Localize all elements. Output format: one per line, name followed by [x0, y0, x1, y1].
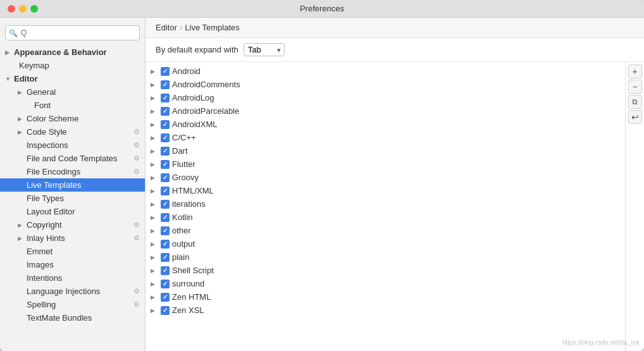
template-name: AndroidXML — [172, 120, 218, 129]
template-row[interactable]: ▶ other — [146, 224, 625, 237]
sidebar-item-file-types[interactable]: File Types — [0, 192, 145, 205]
template-row[interactable]: ▶ AndroidLog — [146, 91, 625, 104]
sidebar-item-code-style[interactable]: ▶ Code Style ⚙ — [0, 125, 145, 139]
triangle-icon: ▶ — [5, 49, 11, 56]
sidebar-item-label: Images — [27, 260, 54, 269]
minimize-button[interactable] — [19, 5, 27, 13]
template-checkbox[interactable] — [161, 266, 170, 275]
template-checkbox[interactable] — [161, 120, 170, 129]
sidebar-item-label: Intentions — [27, 273, 62, 283]
template-row[interactable]: ▶ iterations — [146, 197, 625, 211]
sidebar-item-intentions[interactable]: Intentions — [0, 271, 145, 285]
template-row[interactable]: ▶ output — [146, 237, 625, 250]
template-checkbox[interactable] — [161, 133, 170, 142]
sidebar-item-images[interactable]: Images — [0, 258, 145, 271]
expand-select-wrapper[interactable]: Tab Enter Space — [244, 43, 285, 56]
sidebar-item-label: Language Injections — [27, 286, 100, 296]
sidebar-item-file-code-templates[interactable]: File and Code Templates ⚙ — [0, 152, 145, 165]
maximize-button[interactable] — [30, 5, 38, 13]
template-name: Groovy — [172, 173, 199, 182]
template-checkbox[interactable] — [161, 160, 170, 169]
template-checkbox[interactable] — [161, 253, 170, 262]
sidebar-item-spelling[interactable]: Spelling ⚙ — [0, 298, 145, 311]
template-row[interactable]: ▶ Shell Script — [146, 264, 625, 277]
template-name: Dart — [172, 146, 188, 156]
template-row[interactable]: ▶ C/C++ — [146, 131, 625, 144]
undo-button[interactable]: ↩ — [628, 110, 642, 124]
sidebar-item-inspections[interactable]: Inspections ⚙ — [0, 139, 145, 152]
template-row[interactable]: ▶ Zen XSL — [146, 304, 625, 317]
search-box[interactable]: 🔍 — [5, 25, 140, 40]
template-triangle-icon: ▶ — [151, 294, 158, 300]
template-row[interactable]: ▶ Kotlin — [146, 211, 625, 224]
template-row[interactable]: ▶ AndroidParcelable — [146, 104, 625, 118]
template-checkbox[interactable] — [161, 200, 170, 209]
sidebar-item-label: TextMate Bundles — [27, 313, 92, 323]
template-checkbox[interactable] — [161, 213, 170, 222]
sidebar-item-language-injections[interactable]: Language Injections ⚙ — [0, 285, 145, 298]
template-triangle-icon: ▶ — [151, 228, 158, 234]
template-row[interactable]: ▶ plain — [146, 250, 625, 264]
sidebar-item-label: Inspections — [27, 140, 68, 150]
template-checkbox[interactable] — [161, 280, 170, 288]
sidebar-item-copyright[interactable]: ▶ Copyright ⚙ — [0, 218, 145, 231]
template-triangle-icon: ▶ — [151, 82, 158, 88]
gear-icon: ⚙ — [133, 221, 140, 229]
template-name: other — [172, 226, 191, 235]
template-row[interactable]: ▶ Flutter — [146, 157, 625, 171]
template-checkbox[interactable] — [161, 240, 170, 249]
sidebar-item-live-templates[interactable]: Live Templates — [0, 178, 145, 192]
template-triangle-icon: ▶ — [151, 241, 158, 247]
add-button[interactable]: + — [628, 65, 642, 78]
window-title: Preferences — [300, 4, 344, 13]
sidebar-item-keymap[interactable]: Keymap — [0, 59, 145, 72]
template-name: Zen XSL — [172, 305, 204, 315]
template-checkbox[interactable] — [161, 94, 170, 102]
search-input[interactable] — [5, 25, 140, 40]
sidebar-item-editor[interactable]: ▼ Editor — [0, 72, 145, 85]
search-icon: 🔍 — [9, 29, 18, 37]
template-row[interactable]: ▶ Dart — [146, 144, 625, 157]
template-row[interactable]: ▶ AndroidXML — [146, 118, 625, 131]
remove-button[interactable]: − — [628, 80, 642, 94]
sidebar-item-font[interactable]: Font — [0, 99, 145, 112]
sidebar-item-textmate-bundles[interactable]: TextMate Bundles — [0, 311, 145, 324]
template-checkbox[interactable] — [161, 67, 170, 76]
template-checkbox[interactable] — [161, 293, 170, 302]
sidebar-item-appearance[interactable]: ▶ Appearance & Behavior — [0, 46, 145, 59]
template-row[interactable]: ▶ Groovy — [146, 171, 625, 184]
template-name: surround — [172, 279, 204, 288]
sidebar-item-label: Code Style — [27, 127, 67, 137]
expand-select[interactable]: Tab Enter Space — [244, 43, 285, 56]
template-checkbox[interactable] — [161, 226, 170, 235]
template-triangle-icon: ▶ — [151, 148, 158, 154]
template-checkbox[interactable] — [161, 173, 170, 182]
template-row[interactable]: ▶ AndroidComments — [146, 78, 625, 91]
template-name: AndroidParcelable — [172, 106, 239, 116]
template-row[interactable]: ▶ Zen HTML — [146, 290, 625, 304]
sidebar-item-file-encodings[interactable]: File Encodings ⚙ — [0, 165, 145, 178]
copy-button[interactable]: ⧉ — [628, 95, 642, 109]
sidebar-item-label: Emmet — [27, 247, 53, 256]
template-name: output — [172, 239, 195, 249]
template-triangle-icon: ▶ — [151, 135, 158, 141]
main-panel: Editor › Live Templates By default expan… — [146, 18, 644, 351]
template-checkbox[interactable] — [161, 306, 170, 315]
template-checkbox[interactable] — [161, 147, 170, 156]
sidebar-item-inlay-hints[interactable]: ▶ Inlay Hints ⚙ — [0, 231, 145, 245]
sidebar-item-label: Editor — [14, 74, 38, 83]
template-row[interactable]: ▶ surround — [146, 277, 625, 290]
template-checkbox[interactable] — [161, 80, 170, 89]
template-checkbox[interactable] — [161, 107, 170, 116]
gear-icon: ⚙ — [133, 168, 140, 176]
sidebar-item-layout-editor[interactable]: Layout Editor — [0, 205, 145, 218]
template-triangle-icon: ▶ — [151, 201, 158, 207]
close-button[interactable] — [8, 5, 15, 13]
template-row[interactable]: ▶ Android — [146, 65, 625, 78]
sidebar-item-general[interactable]: ▶ General — [0, 85, 145, 99]
sidebar-item-emmet[interactable]: Emmet — [0, 245, 145, 258]
sidebar-item-color-scheme[interactable]: ▶ Color Scheme — [0, 112, 145, 125]
template-row[interactable]: ▶ HTML/XML — [146, 184, 625, 197]
template-checkbox[interactable] — [161, 187, 170, 195]
template-triangle-icon: ▶ — [151, 254, 158, 261]
